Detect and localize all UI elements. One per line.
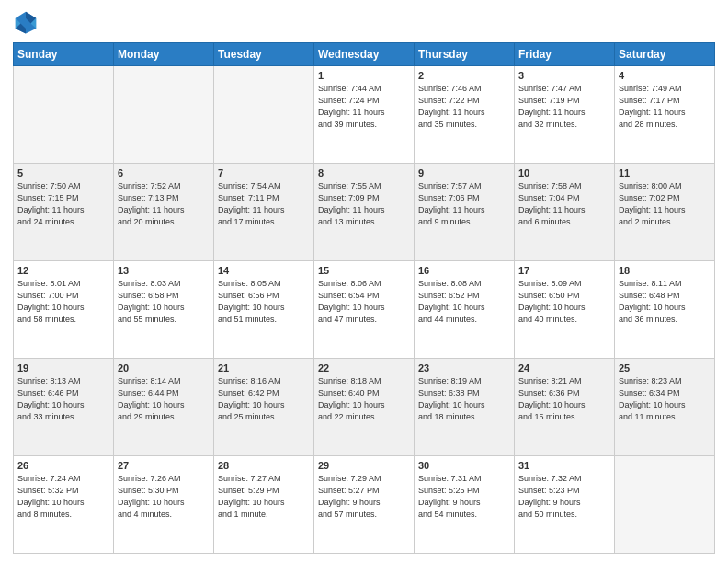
day-info: Sunrise: 7:27 AM Sunset: 5:29 PM Dayligh… bbox=[218, 473, 310, 521]
day-cell-3: 3Sunrise: 7:47 AM Sunset: 7:19 PM Daylig… bbox=[515, 66, 615, 164]
day-cell-5: 5Sunrise: 7:50 AM Sunset: 7:15 PM Daylig… bbox=[14, 164, 114, 261]
day-info: Sunrise: 8:08 AM Sunset: 6:52 PM Dayligh… bbox=[418, 278, 510, 326]
day-cell-14: 14Sunrise: 8:05 AM Sunset: 6:56 PM Dayli… bbox=[214, 261, 314, 359]
day-cell-12: 12Sunrise: 8:01 AM Sunset: 7:00 PM Dayli… bbox=[14, 261, 114, 359]
day-cell-27: 27Sunrise: 7:26 AM Sunset: 5:30 PM Dayli… bbox=[114, 456, 214, 554]
day-header-wednesday: Wednesday bbox=[314, 43, 415, 66]
day-info: Sunrise: 8:09 AM Sunset: 6:50 PM Dayligh… bbox=[518, 278, 610, 326]
day-info: Sunrise: 7:58 AM Sunset: 7:04 PM Dayligh… bbox=[518, 180, 610, 228]
day-info: Sunrise: 7:57 AM Sunset: 7:06 PM Dayligh… bbox=[418, 180, 510, 228]
empty-cell bbox=[615, 456, 715, 554]
day-number: 8 bbox=[318, 167, 410, 178]
day-info: Sunrise: 7:55 AM Sunset: 7:09 PM Dayligh… bbox=[318, 180, 410, 228]
day-number: 20 bbox=[118, 362, 210, 373]
day-cell-24: 24Sunrise: 8:21 AM Sunset: 6:36 PM Dayli… bbox=[515, 359, 615, 456]
day-number: 25 bbox=[619, 362, 711, 373]
page: SundayMondayTuesdayWednesdayThursdayFrid… bbox=[0, 0, 728, 563]
day-cell-13: 13Sunrise: 8:03 AM Sunset: 6:58 PM Dayli… bbox=[114, 261, 214, 359]
day-info: Sunrise: 8:18 AM Sunset: 6:40 PM Dayligh… bbox=[318, 375, 410, 423]
day-cell-29: 29Sunrise: 7:29 AM Sunset: 5:27 PM Dayli… bbox=[314, 456, 415, 554]
empty-cell bbox=[214, 66, 314, 164]
day-number: 31 bbox=[518, 460, 610, 471]
day-cell-2: 2Sunrise: 7:46 AM Sunset: 7:22 PM Daylig… bbox=[415, 66, 515, 164]
day-info: Sunrise: 7:54 AM Sunset: 7:11 PM Dayligh… bbox=[218, 180, 310, 228]
calendar-week-5: 26Sunrise: 7:24 AM Sunset: 5:32 PM Dayli… bbox=[14, 456, 715, 554]
header bbox=[13, 9, 715, 35]
day-cell-21: 21Sunrise: 8:16 AM Sunset: 6:42 PM Dayli… bbox=[214, 359, 314, 456]
empty-cell bbox=[114, 66, 214, 164]
day-number: 18 bbox=[619, 265, 711, 276]
day-cell-15: 15Sunrise: 8:06 AM Sunset: 6:54 PM Dayli… bbox=[314, 261, 415, 359]
logo bbox=[13, 9, 42, 35]
day-info: Sunrise: 7:50 AM Sunset: 7:15 PM Dayligh… bbox=[17, 180, 109, 228]
day-cell-25: 25Sunrise: 8:23 AM Sunset: 6:34 PM Dayli… bbox=[615, 359, 715, 456]
day-number: 13 bbox=[118, 265, 210, 276]
day-info: Sunrise: 8:14 AM Sunset: 6:44 PM Dayligh… bbox=[118, 375, 210, 423]
day-number: 24 bbox=[518, 362, 610, 373]
day-cell-23: 23Sunrise: 8:19 AM Sunset: 6:38 PM Dayli… bbox=[415, 359, 515, 456]
day-header-saturday: Saturday bbox=[615, 43, 715, 66]
day-cell-10: 10Sunrise: 7:58 AM Sunset: 7:04 PM Dayli… bbox=[515, 164, 615, 261]
day-number: 5 bbox=[17, 167, 109, 178]
day-info: Sunrise: 7:26 AM Sunset: 5:30 PM Dayligh… bbox=[118, 473, 210, 521]
day-number: 15 bbox=[318, 265, 410, 276]
day-number: 16 bbox=[418, 265, 510, 276]
day-number: 28 bbox=[218, 460, 310, 471]
day-number: 27 bbox=[118, 460, 210, 471]
day-cell-28: 28Sunrise: 7:27 AM Sunset: 5:29 PM Dayli… bbox=[214, 456, 314, 554]
day-cell-30: 30Sunrise: 7:31 AM Sunset: 5:25 PM Dayli… bbox=[415, 456, 515, 554]
day-info: Sunrise: 8:21 AM Sunset: 6:36 PM Dayligh… bbox=[518, 375, 610, 423]
day-info: Sunrise: 8:01 AM Sunset: 7:00 PM Dayligh… bbox=[17, 278, 109, 326]
day-number: 1 bbox=[318, 70, 410, 81]
day-cell-4: 4Sunrise: 7:49 AM Sunset: 7:17 PM Daylig… bbox=[615, 66, 715, 164]
day-header-thursday: Thursday bbox=[415, 43, 515, 66]
day-header-monday: Monday bbox=[114, 43, 214, 66]
day-number: 7 bbox=[218, 167, 310, 178]
day-info: Sunrise: 7:49 AM Sunset: 7:17 PM Dayligh… bbox=[619, 83, 711, 131]
day-info: Sunrise: 8:06 AM Sunset: 6:54 PM Dayligh… bbox=[318, 278, 410, 326]
day-cell-6: 6Sunrise: 7:52 AM Sunset: 7:13 PM Daylig… bbox=[114, 164, 214, 261]
day-cell-16: 16Sunrise: 8:08 AM Sunset: 6:52 PM Dayli… bbox=[415, 261, 515, 359]
day-info: Sunrise: 7:32 AM Sunset: 5:23 PM Dayligh… bbox=[518, 473, 610, 521]
day-number: 10 bbox=[518, 167, 610, 178]
day-info: Sunrise: 8:13 AM Sunset: 6:46 PM Dayligh… bbox=[17, 375, 109, 423]
day-cell-9: 9Sunrise: 7:57 AM Sunset: 7:06 PM Daylig… bbox=[415, 164, 515, 261]
day-info: Sunrise: 7:47 AM Sunset: 7:19 PM Dayligh… bbox=[518, 83, 610, 131]
day-header-sunday: Sunday bbox=[14, 43, 114, 66]
calendar-week-1: 1Sunrise: 7:44 AM Sunset: 7:24 PM Daylig… bbox=[14, 66, 715, 164]
day-number: 9 bbox=[418, 167, 510, 178]
day-cell-22: 22Sunrise: 8:18 AM Sunset: 6:40 PM Dayli… bbox=[314, 359, 415, 456]
day-info: Sunrise: 7:31 AM Sunset: 5:25 PM Dayligh… bbox=[418, 473, 510, 521]
day-info: Sunrise: 8:00 AM Sunset: 7:02 PM Dayligh… bbox=[619, 180, 711, 228]
day-cell-7: 7Sunrise: 7:54 AM Sunset: 7:11 PM Daylig… bbox=[214, 164, 314, 261]
day-number: 30 bbox=[418, 460, 510, 471]
day-info: Sunrise: 7:44 AM Sunset: 7:24 PM Dayligh… bbox=[318, 83, 410, 131]
day-info: Sunrise: 8:03 AM Sunset: 6:58 PM Dayligh… bbox=[118, 278, 210, 326]
day-cell-26: 26Sunrise: 7:24 AM Sunset: 5:32 PM Dayli… bbox=[14, 456, 114, 554]
day-info: Sunrise: 8:11 AM Sunset: 6:48 PM Dayligh… bbox=[619, 278, 711, 326]
day-cell-11: 11Sunrise: 8:00 AM Sunset: 7:02 PM Dayli… bbox=[615, 164, 715, 261]
day-info: Sunrise: 7:46 AM Sunset: 7:22 PM Dayligh… bbox=[418, 83, 510, 131]
day-number: 3 bbox=[518, 70, 610, 81]
day-number: 29 bbox=[318, 460, 410, 471]
calendar-table: SundayMondayTuesdayWednesdayThursdayFrid… bbox=[13, 42, 715, 554]
day-info: Sunrise: 7:52 AM Sunset: 7:13 PM Dayligh… bbox=[118, 180, 210, 228]
day-number: 12 bbox=[17, 265, 109, 276]
day-info: Sunrise: 7:29 AM Sunset: 5:27 PM Dayligh… bbox=[318, 473, 410, 521]
day-number: 17 bbox=[518, 265, 610, 276]
calendar-week-4: 19Sunrise: 8:13 AM Sunset: 6:46 PM Dayli… bbox=[14, 359, 715, 456]
day-number: 4 bbox=[619, 70, 711, 81]
day-number: 14 bbox=[218, 265, 310, 276]
calendar-week-2: 5Sunrise: 7:50 AM Sunset: 7:15 PM Daylig… bbox=[14, 164, 715, 261]
day-info: Sunrise: 8:19 AM Sunset: 6:38 PM Dayligh… bbox=[418, 375, 510, 423]
day-info: Sunrise: 8:05 AM Sunset: 6:56 PM Dayligh… bbox=[218, 278, 310, 326]
day-cell-18: 18Sunrise: 8:11 AM Sunset: 6:48 PM Dayli… bbox=[615, 261, 715, 359]
day-number: 23 bbox=[418, 362, 510, 373]
day-cell-17: 17Sunrise: 8:09 AM Sunset: 6:50 PM Dayli… bbox=[515, 261, 615, 359]
empty-cell bbox=[14, 66, 114, 164]
day-cell-19: 19Sunrise: 8:13 AM Sunset: 6:46 PM Dayli… bbox=[14, 359, 114, 456]
day-number: 19 bbox=[17, 362, 109, 373]
day-info: Sunrise: 8:23 AM Sunset: 6:34 PM Dayligh… bbox=[619, 375, 711, 423]
calendar-week-3: 12Sunrise: 8:01 AM Sunset: 7:00 PM Dayli… bbox=[14, 261, 715, 359]
day-info: Sunrise: 7:24 AM Sunset: 5:32 PM Dayligh… bbox=[17, 473, 109, 521]
